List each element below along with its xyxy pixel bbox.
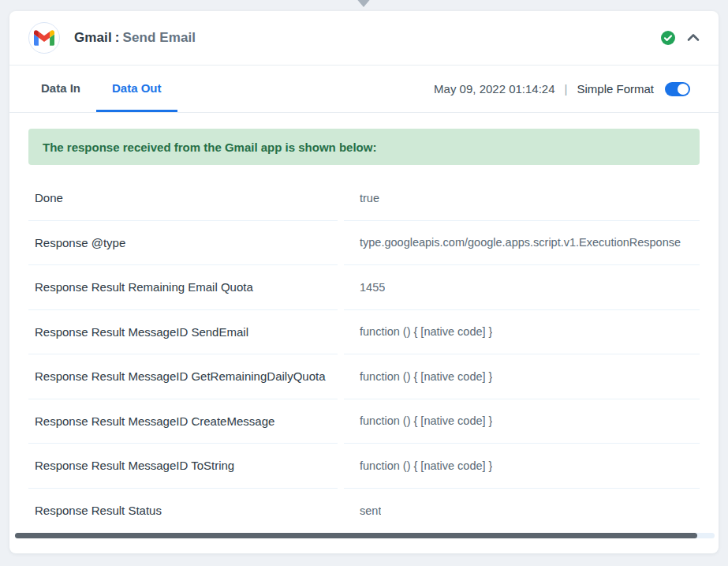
response-table: DonetrueResponse @typetype.googleapis.co… — [28, 176, 700, 533]
table-row: Response Result MessageID CreateMessagef… — [28, 399, 700, 444]
action-name: Send Email — [123, 30, 196, 45]
tabs-bar: Data In Data Out May 09, 2022 01:14:24 |… — [9, 66, 719, 113]
app-name: Gmail — [74, 30, 112, 45]
row-value: function () { [native code] } — [344, 399, 700, 444]
horizontal-scrollbar-track[interactable] — [15, 533, 715, 538]
success-check-icon — [661, 31, 675, 45]
banner-text: The response received from the Gmail app… — [43, 141, 376, 154]
meta-separator: | — [565, 82, 568, 96]
horizontal-scrollbar-thumb[interactable] — [15, 533, 697, 538]
row-label: Response Result Status — [28, 489, 338, 534]
title-separator: : — [115, 30, 120, 45]
row-value: function () { [native code] } — [344, 354, 700, 399]
toggle-knob — [678, 84, 689, 95]
card-header: Gmail:Send Email — [9, 11, 719, 66]
table-row: Response Result MessageID ToStringfuncti… — [28, 444, 700, 489]
table-row: Response @typetype.googleapis.com/google… — [28, 221, 700, 266]
collapse-step-button[interactable] — [687, 31, 700, 45]
table-row: Donetrue — [28, 176, 700, 221]
down-arrow-icon — [355, 0, 372, 7]
simple-format-toggle[interactable] — [665, 82, 690, 96]
step-title: Gmail:Send Email — [74, 30, 196, 46]
table-row: Response Result MessageID GetRemainingDa… — [28, 354, 700, 399]
table-row: Response Result Statussent — [28, 489, 700, 534]
row-label: Response Result MessageID CreateMessage — [28, 399, 338, 444]
gmail-step-card: Gmail:Send Email Data In Data Out May 09… — [9, 11, 719, 553]
row-value: true — [344, 176, 700, 221]
gmail-logo-icon — [28, 22, 60, 54]
tab-data-out[interactable]: Data Out — [96, 66, 177, 112]
chevron-up-icon — [687, 31, 700, 45]
row-value: function () { [native code] } — [344, 444, 700, 489]
tab-data-in[interactable]: Data In — [25, 66, 96, 112]
row-label: Response Result MessageID GetRemainingDa… — [28, 354, 338, 399]
meta-bar: May 09, 2022 01:14:24 | Simple Format — [434, 66, 690, 112]
row-value: type.googleapis.com/google.apps.script.v… — [344, 221, 700, 266]
row-value: function () { [native code] } — [344, 310, 700, 355]
response-info-banner: The response received from the Gmail app… — [28, 129, 700, 165]
row-value: sent — [344, 489, 700, 534]
simple-format-label: Simple Format — [577, 82, 654, 96]
row-value: 1455 — [344, 265, 700, 310]
row-label: Response Result Remaining Email Quota — [28, 265, 338, 310]
row-label: Response Result MessageID SendEmail — [28, 310, 338, 355]
table-row: Response Result Remaining Email Quota145… — [28, 265, 700, 310]
execution-timestamp: May 09, 2022 01:14:24 — [434, 82, 554, 96]
row-label: Response @type — [28, 221, 338, 266]
table-row: Response Result MessageID SendEmailfunct… — [28, 310, 700, 355]
row-label: Response Result MessageID ToString — [28, 444, 338, 489]
row-label: Done — [28, 176, 338, 221]
